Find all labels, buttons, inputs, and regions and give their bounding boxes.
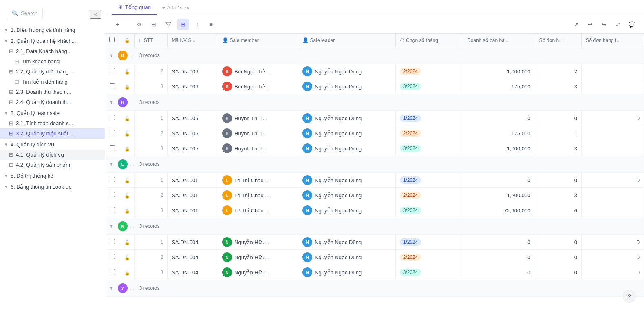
sidebar-group-title-5[interactable]: ▼ 5. Đồ thị thống kê xyxy=(0,171,105,181)
comment-button[interactable]: 💬 xyxy=(626,19,637,30)
row-thang[interactable]: 2/2024 xyxy=(395,126,463,141)
col-header-manvs[interactable]: Mã NV S... xyxy=(168,34,218,47)
col-header-thang[interactable]: ⏱ Chọn số tháng xyxy=(395,34,463,47)
row-checkbox[interactable] xyxy=(110,239,115,244)
sidebar-group-title-6[interactable]: ▼ 6. Bảng thông tin Look-up xyxy=(0,182,105,192)
col-header-doanhthu[interactable]: Doanh số bán hà... xyxy=(463,34,535,47)
row-thang[interactable]: 2/2024 xyxy=(395,250,463,265)
lock-icon: 🔒 xyxy=(124,255,130,260)
row-checkbox[interactable] xyxy=(110,145,115,150)
group-button[interactable]: ≡↕ xyxy=(207,19,218,30)
row-checkbox[interactable] xyxy=(110,130,115,135)
row-thang[interactable]: 3/2024 xyxy=(395,203,463,218)
row-checkbox-cell[interactable] xyxy=(105,111,120,126)
row-checkbox[interactable] xyxy=(110,207,115,212)
row-checkbox-cell[interactable] xyxy=(105,141,120,156)
help-button[interactable]: ? xyxy=(623,290,636,303)
row-checkbox-cell[interactable] xyxy=(105,64,120,79)
select-all-checkbox[interactable] xyxy=(109,37,115,42)
row-checkbox-cell[interactable] xyxy=(105,250,120,265)
row-thang[interactable]: 2/2024 xyxy=(395,188,463,203)
col-header-salemember[interactable]: 👤 Sale member xyxy=(218,34,298,47)
row-thang[interactable]: 1/2024 xyxy=(395,235,463,250)
row-checkbox[interactable] xyxy=(110,115,115,120)
col-header-sodont[interactable]: Số đơn hàng t... xyxy=(582,34,644,47)
col-header-sodon[interactable]: Số đơn h... xyxy=(535,34,582,47)
row-checkbox[interactable] xyxy=(110,177,115,182)
fields-button[interactable]: ⊟ xyxy=(148,19,159,30)
sidebar-item-quan-ly-don-hang[interactable]: ⊞ 2.2. Quản lý đơn hàng... xyxy=(0,66,105,77)
add-view-button[interactable]: + Add View xyxy=(157,0,194,15)
row-checkbox-cell[interactable] xyxy=(105,235,120,250)
thang-badge[interactable]: 3/2024 xyxy=(400,145,421,152)
thang-badge[interactable]: 3/2024 xyxy=(400,207,421,214)
add-record-button[interactable]: + xyxy=(112,19,123,30)
table-group-row[interactable]: ▼ ? ... 3 records xyxy=(105,280,644,297)
row-thang[interactable]: 2/2024 xyxy=(395,64,463,79)
thang-badge[interactable]: 2/2024 xyxy=(400,254,421,261)
row-salemember: N Nguyễn Hữu... xyxy=(218,250,298,265)
sidebar-item-tinh-toan-doanh-so[interactable]: ⊞ 3.1. Tính toán doanh s... xyxy=(0,118,105,128)
sidebar-group-title-4[interactable]: ▼ 4. Quản lý dịch vụ xyxy=(0,139,105,150)
table-group-row[interactable]: ▼ B ... 3 records xyxy=(105,47,644,64)
search-input-container[interactable]: 🔍 Search xyxy=(7,7,43,20)
undo-button[interactable]: ↩ xyxy=(584,19,596,30)
tab-tong-quan[interactable]: ⊞ Tổng quan xyxy=(112,0,157,15)
row-checkbox[interactable] xyxy=(110,68,115,73)
row-checkbox[interactable] xyxy=(110,254,115,259)
sort-button[interactable]: ↕ xyxy=(192,19,203,30)
settings-button[interactable]: ⚙ xyxy=(133,19,145,30)
row-thang[interactable]: 1/2024 xyxy=(395,111,463,126)
grid-icon-4: ⊞ xyxy=(9,99,13,105)
sidebar-group-title-1[interactable]: ▼ 1. Điều hướng và tính năng xyxy=(0,25,105,35)
sidebar-item-quan-ly-san-pham[interactable]: ⊞ 4.2. Quản lý sản phẩm xyxy=(0,160,105,170)
thang-badge[interactable]: 3/2024 xyxy=(400,83,421,90)
thang-badge[interactable]: 2/2024 xyxy=(400,192,421,199)
col-header-stt[interactable]: ↕ STT xyxy=(134,34,168,47)
sidebar-item-tim-khach-hang[interactable]: ⊟ Tìm khách hàng xyxy=(0,56,105,66)
sidebar-collapse-button[interactable]: « xyxy=(90,10,101,19)
row-checkbox-cell[interactable] xyxy=(105,265,120,280)
row-checkbox[interactable] xyxy=(110,83,115,88)
row-manv: SA.DN.001 xyxy=(168,173,218,188)
table-group-row[interactable]: ▼ H ... 3 records xyxy=(105,94,644,111)
sidebar-item-data-khach-hang[interactable]: ⊞ 2.1. Data Khách hàng... xyxy=(0,46,105,56)
row-checkbox-cell[interactable] xyxy=(105,173,120,188)
row-checkbox-cell[interactable] xyxy=(105,79,120,94)
filter-button[interactable] xyxy=(163,19,174,30)
row-checkbox-cell[interactable] xyxy=(105,203,120,218)
lock-icon: 🔒 xyxy=(124,208,130,213)
row-thang[interactable]: 3/2024 xyxy=(395,79,463,94)
sidebar-item-quan-ly-doanh-thu[interactable]: ⊞ 2.4. Quản lý doanh th... xyxy=(0,97,105,107)
sidebar-item-quan-ly-hieu-suat[interactable]: ⊞ 3.2. Quản lý hiệu suất ... xyxy=(0,128,105,139)
row-checkbox-cell[interactable] xyxy=(105,126,120,141)
row-checkbox[interactable] xyxy=(110,192,115,197)
table-row: 🔒 3 SA.DN.006 B Bùi Ngọc Tiề... N Nguyễn… xyxy=(105,79,644,94)
col-header-saleleader[interactable]: 👤 Sale leader xyxy=(298,34,396,47)
sidebar-item-tim-kiem-don-hang[interactable]: ⊟ Tìm kiếm đơn hàng xyxy=(0,77,105,87)
redo-button[interactable]: ↪ xyxy=(598,19,610,30)
row-doanhthu: 0 xyxy=(463,173,535,188)
sale-member-name: Nguyễn Hữu... xyxy=(234,239,269,245)
sidebar-group-title-3[interactable]: ▼ 3. Quản lý team sale xyxy=(0,108,105,118)
row-checkbox[interactable] xyxy=(110,269,115,274)
row-thang[interactable]: 1/2024 xyxy=(395,173,463,188)
table-group-row[interactable]: ▼ N ... 3 records xyxy=(105,218,644,235)
thang-badge[interactable]: 3/2024 xyxy=(400,269,421,276)
expand-button[interactable]: ⤢ xyxy=(612,19,624,30)
sidebar-item-doanh-thu[interactable]: ⊞ 2.3. Doanh thu theo n... xyxy=(0,87,105,97)
thang-badge[interactable]: 1/2024 xyxy=(400,176,421,184)
thang-badge[interactable]: 1/2024 xyxy=(400,115,421,122)
thang-badge[interactable]: 1/2024 xyxy=(400,238,421,246)
sidebar-group-title-2[interactable]: ▼ 2. Quản lý quan hệ khách... xyxy=(0,36,105,46)
grid-view-button[interactable]: ⊞ xyxy=(177,19,189,30)
row-thang[interactable]: 3/2024 xyxy=(395,141,463,156)
sidebar-item-quan-ly-dich-vu[interactable]: ⊞ 4.1. Quản lý dịch vụ xyxy=(0,150,105,160)
row-lock-cell: 🔒 xyxy=(120,203,134,218)
table-group-row[interactable]: ▼ L ... 3 records xyxy=(105,156,644,173)
thang-badge[interactable]: 2/2024 xyxy=(400,68,421,75)
row-thang[interactable]: 3/2024 xyxy=(395,265,463,280)
share-button[interactable]: ↗ xyxy=(571,19,582,30)
thang-badge[interactable]: 2/2024 xyxy=(400,130,421,137)
row-checkbox-cell[interactable] xyxy=(105,188,120,203)
